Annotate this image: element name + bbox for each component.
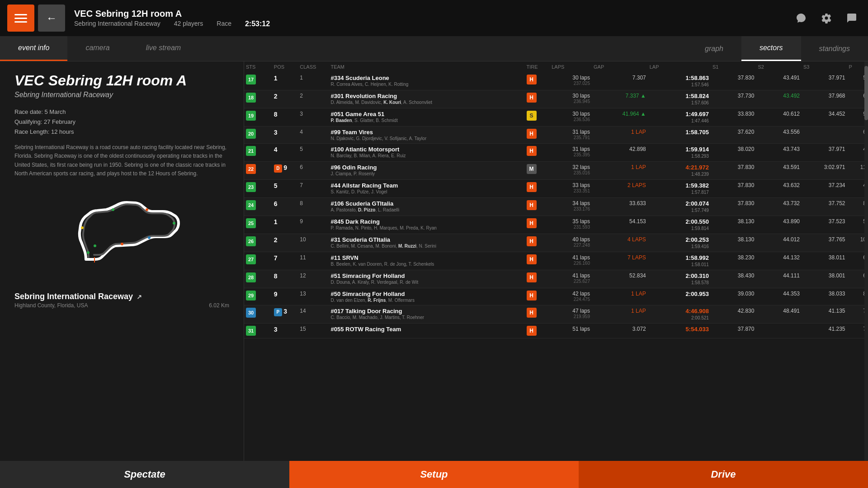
tab-standings[interactable]: standings [801, 36, 868, 61]
pos-number: 2 [274, 236, 278, 244]
team-name: #99 Team Vires [330, 129, 523, 136]
pos-cell: D 9 [272, 162, 298, 180]
s2-cell: 43.632 [756, 180, 802, 198]
header-s2: S2 [756, 61, 802, 72]
track-country: Highland County, Florida, USA [14, 302, 88, 309]
settings-icon[interactable] [817, 9, 835, 27]
table-row[interactable]: 17 1 1 #334 Scuderia Leone R. Correa Alv… [244, 72, 868, 90]
gap-cell: 7.337 ▲ [592, 90, 648, 108]
track-location-name: Sebring International Raceway ↗ [14, 292, 229, 301]
s1-cell: 38.130 [711, 216, 756, 234]
table-row[interactable]: 21 4 5 #100 Atlantic Motorsport N. Barcl… [244, 144, 868, 162]
table-row[interactable]: 19 8 3 #051 Game Area 51 P. Baaden, S. G… [244, 108, 868, 127]
lap-time: 4:21.972 [686, 164, 709, 171]
s2-cell: 44.132 [756, 252, 802, 270]
table-row[interactable]: 28 8 12 #51 Simracing For Holland D. Dou… [244, 270, 868, 288]
gap-cell: 52.834 [592, 270, 648, 288]
svg-point-7 [81, 226, 84, 229]
table-row[interactable]: 20 3 4 #99 Team Vires N. Djakovic, G. Dj… [244, 127, 868, 144]
chat-bubble-icon[interactable] [792, 9, 810, 27]
scrollbar-thumb[interactable] [864, 66, 868, 120]
tab-sectors[interactable]: sectors [741, 36, 801, 61]
team-cell: #96 Odin Racing J. Ciampa, P. Rosenly [329, 162, 524, 180]
spectate-button[interactable]: Spectate [0, 461, 289, 488]
table-row[interactable]: 25 1 9 #845 Dark Racing P. Ramada, N. Pi… [244, 216, 868, 234]
s1-cell: 37.730 [711, 90, 756, 108]
s2-cell: 43.491 [756, 72, 802, 90]
class-number: 12 [300, 272, 306, 279]
class-number: 8 [300, 200, 303, 206]
team-drivers: P. Baaden, S. Glatter, B. Schmidt [330, 118, 523, 123]
s1-time: 37.830 [738, 75, 755, 81]
s3-cell: 37.752 [802, 198, 847, 216]
tire-cell: H [525, 252, 550, 270]
s1-cell: 38.230 [711, 252, 756, 270]
laps-cell: 40 laps227.248 [550, 234, 592, 252]
svg-rect-0 [94, 257, 95, 263]
team-drivers: N. Djakovic, G. Djordjevic, V. Sofijanic… [330, 136, 523, 141]
gap-cell: 54.153 [592, 216, 648, 234]
table-row[interactable]: 23 5 7 #44 Allstar Racing Team S. Kanitz… [244, 180, 868, 198]
sts-cell: 30 [244, 305, 272, 324]
notification-icon[interactable] [843, 9, 861, 27]
tab-spacer [199, 36, 687, 61]
tire-cell: H [525, 144, 550, 162]
svg-point-5 [121, 243, 123, 245]
tab-event-info[interactable]: event info [0, 36, 67, 61]
track-map [59, 187, 185, 286]
class-cell: 11 [298, 252, 329, 270]
s3-cell: 41.135 [802, 305, 847, 324]
table-row[interactable]: 27 7 11 #11 SRVN B. Beelen, K. van Doore… [244, 252, 868, 270]
right-panel[interactable]: STS POS CLASS TEAM TIRE LAPS GAP LAP S1 … [244, 61, 868, 461]
s3-cell: 34.452 [802, 108, 847, 127]
sts-badge: 19 [246, 111, 256, 121]
table-row[interactable]: 24 6 8 #106 Scuderia GTItalia A. Pastora… [244, 198, 868, 216]
table-row[interactable]: 30 P 3 14 #017 Talking Door Racing C. Ba… [244, 305, 868, 324]
sts-badge: 21 [246, 146, 256, 156]
class-cell: 10 [298, 234, 329, 252]
class-number: 6 [300, 164, 303, 170]
team-cell: #334 Scuderia Leone R. Correa Alves, C. … [329, 72, 524, 90]
team-name: #96 Odin Racing [330, 164, 523, 171]
s1-cell: 37.830 [711, 180, 756, 198]
s1-time: 37.830 [738, 200, 755, 206]
tab-graph[interactable]: graph [687, 36, 741, 61]
back-button[interactable]: ← [38, 5, 65, 32]
pos-number: 3 [274, 326, 278, 333]
pos-number: 8 [274, 272, 278, 280]
table-row[interactable]: 31 3 15 #055 ROTW Racing Team H 51 laps … [244, 324, 868, 338]
table-row[interactable]: 26 2 10 #31 Scuderia GTItalia C. Bellini… [244, 234, 868, 252]
header-gap: GAP [592, 61, 648, 72]
table-row[interactable]: 18 2 2 #301 Revolution Racing D. Almeida… [244, 90, 868, 108]
sts-cell: 31 [244, 324, 272, 338]
pos-number: 3 [283, 308, 287, 315]
laps-cell: 30 laps236.536 [550, 108, 592, 127]
team-drivers: D. Douna, A. Kiraly, R. Verdegaal, R. de… [330, 280, 523, 285]
menu-button[interactable] [7, 5, 34, 32]
event-subtitle: Sebring International Raceway [14, 91, 229, 99]
scrollbar[interactable] [864, 61, 868, 461]
svg-point-1 [112, 208, 114, 211]
sts-cell: 28 [244, 270, 272, 288]
tab-camera[interactable]: camera [67, 36, 127, 61]
team-cell: #51 Simracing For Holland D. Douna, A. K… [329, 270, 524, 288]
s2-cell: 43.890 [756, 216, 802, 234]
class-number: 3 [300, 111, 303, 117]
s1-time: 37.830 [738, 182, 755, 188]
s3-cell: 37.971 [802, 72, 847, 90]
laps-cell: 30 laps236.945 [550, 90, 592, 108]
expand-icon[interactable]: ↗ [137, 293, 142, 300]
lap-time: 1:59.382 [686, 182, 709, 189]
drive-button[interactable]: Drive [579, 461, 868, 488]
s3-cell [802, 127, 847, 144]
team-drivers: C. Baccio, M. Machado, J. Martins, T. Ro… [330, 315, 523, 320]
laps-cell: 42 laps224.475 [550, 288, 592, 305]
tire-cell: S [525, 108, 550, 127]
header-s1: S1 [711, 61, 756, 72]
tab-live-stream[interactable]: live stream [128, 36, 199, 61]
class-number: 7 [300, 182, 303, 188]
table-row[interactable]: 22 D 9 6 #96 Odin Racing J. Ciampa, P. R… [244, 162, 868, 180]
setup-button[interactable]: Setup [289, 461, 579, 488]
class-number: 14 [300, 308, 306, 314]
table-row[interactable]: 29 9 13 #50 Simracing For Holland D. van… [244, 288, 868, 305]
